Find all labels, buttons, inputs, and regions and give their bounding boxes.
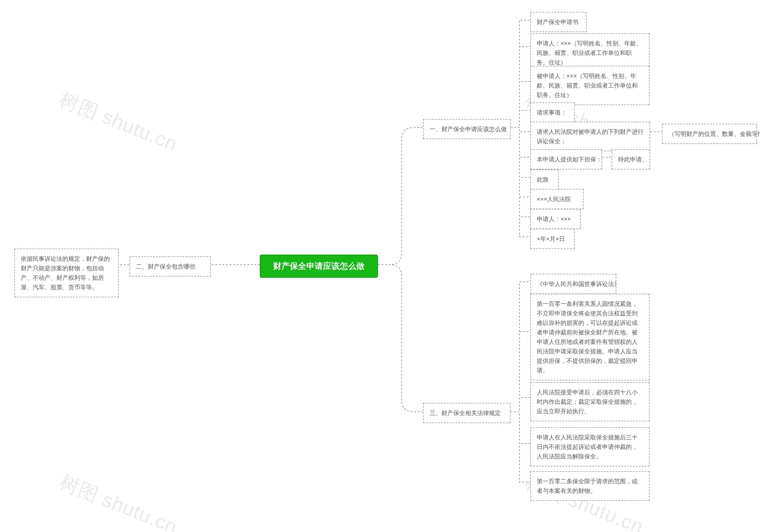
b3-item-3: 申请人在人民法院采取保全措施后三十日内不依法提起诉讼或者申请仲裁的，人民法院应当… bbox=[530, 427, 649, 466]
b3-item-0: 《中华人民共和国世事诉讼法》 bbox=[530, 274, 616, 294]
b3-item-1: 第一百零一条利害关系人因情况紧急，不立即申请保全将会使其合法权益受到难以弥补的损… bbox=[530, 294, 649, 380]
b1-item-3: 请求事项： bbox=[530, 102, 575, 122]
b1-item-6: 此致 bbox=[530, 169, 559, 190]
branch-2-detail: 依据民事诉讼法的规定，财产保的财产只能是涉案的财物，包括动产、不动产、财产权利等… bbox=[14, 249, 119, 297]
b1-item-4-extra: （写明财产的位置、数量、金额等情况） bbox=[662, 124, 757, 144]
mindmap-root: 财产保全申请应该怎么做 bbox=[260, 254, 378, 278]
b1-item-4: 请求人民法院对被申请人的下列财产进行诉讼保全： bbox=[530, 122, 650, 151]
watermark: 树图 shutu.cn bbox=[55, 469, 181, 532]
b3-item-4: 第一百零二条保全限于请求的范围，或者与本案有关的财物。 bbox=[530, 471, 649, 501]
b1-item-0: 财产保全申请书 bbox=[530, 12, 587, 32]
b1-item-9: ×年×月×日 bbox=[530, 229, 575, 249]
b1-item-5-extra: 特此申请。 bbox=[612, 149, 650, 169]
b1-item-2: 被申请人：×××（写明姓名、性别、年龄、民族、籍贯、职业或者工作单位和职务、住址… bbox=[530, 66, 649, 105]
b1-item-8: 申请人：××× bbox=[530, 209, 581, 229]
b1-item-5: 本申请人提供如下担保： bbox=[530, 149, 602, 169]
branch-1: 一、财产保全申请应该怎么做 bbox=[423, 119, 511, 139]
watermark: 树图 shutu.cn bbox=[55, 86, 181, 157]
b3-item-2: 人民法院接受申请后，必须在四十八小时内作出裁定；裁定采取保全措施的，应当立即开始… bbox=[530, 382, 649, 421]
branch-3: 三、财产保全相关法律规定 bbox=[423, 403, 511, 423]
branch-2: 二、财产保全包含哪些 bbox=[129, 256, 211, 277]
b1-item-7: ×××人民法院 bbox=[530, 189, 584, 209]
